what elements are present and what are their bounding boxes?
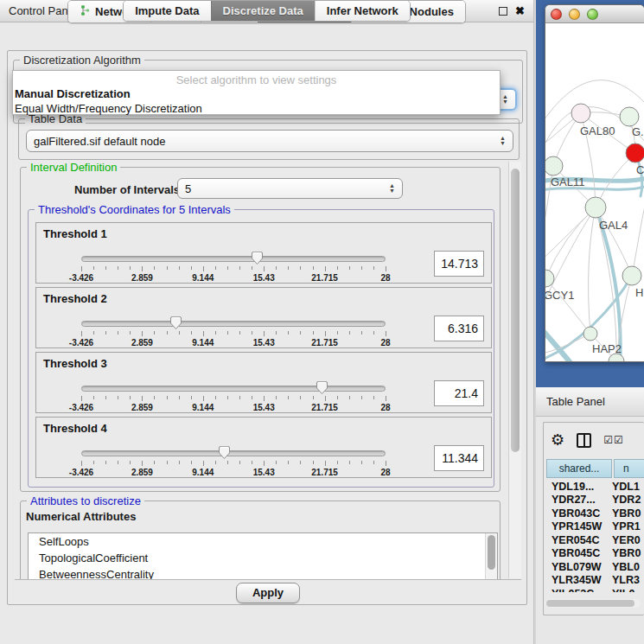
- dropdown-option-manual-discretization[interactable]: Manual Discretization: [13, 86, 500, 101]
- tick-mark: [361, 396, 362, 399]
- tick-label: 2.859: [131, 273, 153, 283]
- tick-mark: [288, 396, 289, 399]
- bottom-tab-bar: Impute DataDiscretize DataInfer Network: [123, 0, 411, 22]
- table-row[interactable]: YDL19...YDL1: [546, 480, 644, 494]
- threshold-slider[interactable]: -3.4262.8599.14415.4321.71528: [81, 319, 386, 348]
- attribute-item-betweennesscentrality[interactable]: BetweennessCentrality: [29, 566, 497, 580]
- threshold-label: Threshold 1: [43, 227, 107, 240]
- checkboxes-icon[interactable]: ☑☑: [603, 434, 624, 446]
- threshold-value-field[interactable]: 14.713: [434, 251, 484, 277]
- tick-label: 15.43: [253, 338, 275, 348]
- table-row[interactable]: YDR27...YDR2: [546, 494, 644, 507]
- tick-mark: [252, 266, 252, 270]
- table-row[interactable]: YIL052CYIL0: [546, 587, 644, 592]
- tick-mark: [203, 461, 204, 466]
- network-node-gal80[interactable]: [571, 104, 590, 123]
- table-row[interactable]: YPR145WYPR1: [546, 520, 644, 534]
- slider-track[interactable]: [81, 321, 386, 327]
- settings-vertical-scrollbar[interactable]: [508, 162, 521, 578]
- tab-discretize-data[interactable]: Discretize Data: [211, 1, 315, 21]
- tick-label: 21.715: [311, 338, 338, 348]
- close-window-icon[interactable]: [551, 9, 562, 20]
- tick-mark: [154, 331, 155, 335]
- numerical-attributes-list[interactable]: SelfLoopsTopologicalCoefficientBetweenne…: [28, 532, 498, 580]
- network-canvas[interactable]: GAL80G.CGAL11GAL4GCY1HHAP2: [545, 23, 644, 362]
- tab-label: Infer Network: [327, 4, 399, 17]
- threshold-slider[interactable]: -3.4262.8599.14415.4321.71528: [81, 384, 386, 413]
- threshold-slider[interactable]: -3.4262.8599.14415.4321.71528: [81, 449, 386, 478]
- tick-label: 28: [380, 338, 390, 348]
- cell-name: YIL0: [612, 588, 644, 592]
- column-header-shared-name[interactable]: shared...: [546, 459, 612, 478]
- threshold-slider[interactable]: -3.4262.8599.14415.4321.71528: [81, 254, 386, 284]
- network-node-gal4[interactable]: [585, 197, 606, 218]
- gear-icon[interactable]: ⚙: [551, 432, 564, 448]
- table-row[interactable]: YBR045CYBR0: [546, 547, 644, 561]
- slider-handle[interactable]: [218, 445, 231, 460]
- settings-scrollpane: Interval Definition Number of Intervals …: [15, 162, 521, 580]
- table-row[interactable]: YLR345WYLR3: [546, 574, 644, 588]
- tick-mark: [167, 331, 168, 335]
- tick-mark: [325, 266, 326, 271]
- network-node-hap2[interactable]: [583, 327, 597, 341]
- dropdown-option-equal-width-frequency-discretization[interactable]: Equal Width/Frequency Discretization: [13, 101, 500, 116]
- network-node-label: GAL4: [599, 219, 628, 232]
- network-node-h[interactable]: [622, 266, 641, 285]
- tick-mark: [361, 266, 362, 270]
- control-panel: Control Panel ✖ NetworkStyleSelectCyni T…: [0, 0, 534, 644]
- tick-mark: [227, 461, 228, 464]
- tick-label: 28: [380, 403, 390, 412]
- attribute-item-topologicalcoefficient[interactable]: TopologicalCoefficient: [29, 550, 497, 566]
- cell-shared-name: YDL19...: [546, 481, 612, 493]
- tab-impute-data[interactable]: Impute Data: [124, 1, 210, 21]
- tick-mark: [252, 396, 252, 399]
- slider-handle[interactable]: [316, 380, 328, 395]
- threshold-value-field[interactable]: 21.4: [434, 380, 484, 406]
- table-row[interactable]: YBL079WYBL0: [546, 560, 644, 574]
- tick-mark: [386, 266, 386, 271]
- tick-mark: [276, 461, 277, 464]
- tick-mark: [252, 461, 252, 464]
- tick-mark: [179, 266, 180, 270]
- apply-button[interactable]: Apply: [236, 583, 300, 603]
- table-row[interactable]: YBR043CYBR0: [546, 507, 644, 520]
- attribute-item-selfloops[interactable]: SelfLoops: [29, 533, 497, 550]
- threshold-value-field[interactable]: 11.344: [434, 445, 484, 471]
- minimize-window-icon[interactable]: [569, 9, 580, 20]
- tick-label: -3.426: [69, 338, 93, 348]
- table-horizontal-scrollbar[interactable]: [545, 599, 641, 608]
- network-node-c[interactable]: [626, 143, 644, 163]
- slider-handle[interactable]: [169, 316, 182, 330]
- tick-mark: [118, 461, 118, 464]
- split-columns-icon[interactable]: [577, 433, 591, 448]
- cell-shared-name: YBL079W: [546, 561, 612, 573]
- edge: [596, 207, 632, 276]
- slider-track[interactable]: [81, 256, 386, 262]
- num-intervals-combobox[interactable]: 5 ▲▼: [177, 178, 403, 199]
- tick-mark: [349, 461, 350, 464]
- slider-track[interactable]: [81, 386, 386, 392]
- table-data-combobox[interactable]: galFiltered.sif default node ▲▼: [26, 130, 513, 152]
- table-row[interactable]: YER054CYER0: [546, 533, 644, 547]
- slider-handle[interactable]: [251, 251, 264, 265]
- zoom-window-icon[interactable]: [587, 9, 598, 20]
- tick-mark: [118, 396, 118, 399]
- tick-mark: [373, 461, 374, 464]
- table-header-row: shared... n: [546, 459, 644, 478]
- threshold-value-field[interactable]: 6.316: [434, 316, 484, 341]
- network-node-gal11[interactable]: [545, 156, 563, 175]
- attributes-scrollbar[interactable]: [485, 533, 497, 580]
- tick-label: 15.43: [253, 468, 275, 477]
- column-header-name[interactable]: n: [614, 459, 644, 478]
- num-intervals-value: 5: [185, 182, 191, 195]
- tick-mark: [167, 461, 168, 464]
- tab-infer-network[interactable]: Infer Network: [315, 1, 410, 21]
- network-node-g[interactable]: [620, 107, 639, 126]
- tick-mark: [373, 266, 374, 270]
- interval-definition-label: Interval Definition: [27, 162, 120, 174]
- tick-label: 2.859: [131, 468, 153, 477]
- tick-mark: [337, 266, 338, 270]
- slider-track[interactable]: [81, 450, 386, 456]
- tick-mark: [300, 266, 301, 270]
- tick-label: 9.144: [192, 273, 214, 283]
